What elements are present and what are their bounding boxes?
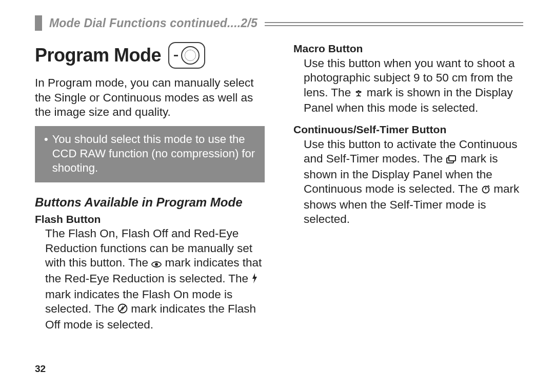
eye-icon xyxy=(151,257,162,272)
buttons-subheading: Buttons Available in Program Mode xyxy=(35,195,265,210)
self-timer-icon xyxy=(481,183,490,198)
continuous-selftimer-heading: Continuous/Self-Timer Button xyxy=(293,123,523,137)
intro-paragraph: In Program mode, you can manually select… xyxy=(35,76,265,120)
macro-button-paragraph: Use this button when you want to shoot a… xyxy=(304,56,523,116)
svg-line-14 xyxy=(488,185,489,187)
content-columns: Program Mode In Program mode, you can ma… xyxy=(35,42,523,332)
page-number: 32 xyxy=(35,363,46,375)
right-column: Macro Button Use this button when you wa… xyxy=(293,42,523,332)
flash-button-paragraph: The Flash On, Flash Off and Red-Eye Redu… xyxy=(45,226,265,332)
left-column: Program Mode In Program mode, you can ma… xyxy=(35,42,265,332)
bullet-icon xyxy=(44,132,48,175)
continuous-icon xyxy=(446,153,458,168)
flash-on-icon xyxy=(251,273,258,287)
svg-marker-2 xyxy=(252,273,257,283)
svg-point-8 xyxy=(360,91,362,93)
flash-off-icon xyxy=(117,303,128,318)
manual-page: Mode Dial Functions continued....2/5 Pro… xyxy=(0,0,554,392)
svg-rect-11 xyxy=(449,156,456,161)
header-rule xyxy=(265,20,523,26)
tab-mark xyxy=(35,15,42,31)
flash-button-heading: Flash Button xyxy=(35,213,265,226)
mode-dial-icon xyxy=(168,42,205,69)
flower-icon xyxy=(354,87,363,101)
macro-button-heading: Macro Button xyxy=(293,42,523,56)
note-text: You should select this mode to use the C… xyxy=(52,132,255,175)
note-box: You should select this mode to use the C… xyxy=(35,126,265,182)
section-title: Mode Dial Functions continued....2/5 xyxy=(49,16,258,30)
title-row: Program Mode xyxy=(35,42,265,69)
page-title: Program Mode xyxy=(35,44,161,67)
continuous-selftimer-paragraph: Use this button to activate the Continuo… xyxy=(304,137,523,227)
svg-point-1 xyxy=(155,263,158,266)
svg-point-7 xyxy=(356,91,358,93)
section-header-bar: Mode Dial Functions continued....2/5 xyxy=(35,15,523,31)
